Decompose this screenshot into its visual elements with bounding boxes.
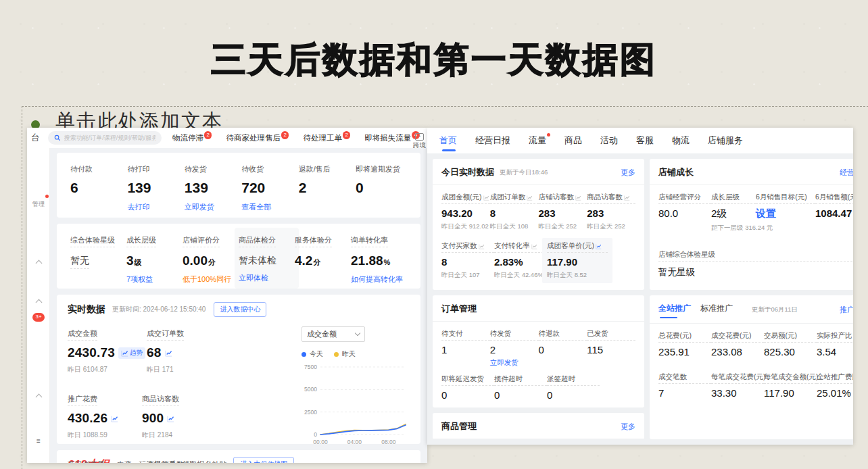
crossborder-icon: + [415,133,424,141]
updated-time: 更新时间: 2024-06-12 15:50:40 [112,305,206,314]
promotion-metrics-row2: 成交笔数7 每笔成交花费(元)33.30 每笔成交金额(元)117.90 全站推… [658,372,853,399]
rights-link[interactable]: 7项权益 [126,274,183,285]
today-metrics-row1: 成团金额(元)943.20昨日全天 912.02 成团订单数8昨日全天 108 … [441,193,635,231]
metric: 派签超时0 [547,374,600,401]
todo-summary-card: 待付款6 待打印139去打印 待发货139立即发货 待收货720查看全部 退款/… [57,153,420,218]
badge-count: 2 [343,131,350,139]
svg-text:0: 0 [314,431,317,438]
todo-item: 待发货139立即发货 [185,162,241,209]
metric: 成交花费(元)233.08 [711,331,764,357]
trend-icon[interactable] [165,349,172,357]
trend-icon[interactable] [479,243,485,249]
sidebar-collapse-2[interactable] [27,295,50,307]
crossborder-entry[interactable]: + 跨境 [413,128,426,150]
star-rating-block: 店铺综合体验星级 暂无星级 [658,250,853,278]
metric: 支付买家数8昨日全天 107 [441,241,494,280]
badge-count: 2 [204,131,212,139]
guidance-link[interactable]: 经营指导 [840,168,853,178]
nav-traffic-loss[interactable]: 即将损失流量4 [364,133,419,143]
health-item: 店铺评价分0.00分低于100%同行 [183,233,239,280]
metric: 总花费(元)235.91 [658,331,711,357]
trend-icon[interactable] [483,195,489,201]
search-icon [54,134,61,141]
set-target-link[interactable]: 设置 [756,207,815,220]
chart-metric-select[interactable]: 成交金额 [302,326,365,342]
trend-icon[interactable] [575,195,581,201]
trend-icon[interactable] [111,415,118,422]
metric-gmv: 成交金额 2430.73 趋势 昨日 6104.87 [68,326,147,374]
metric-product-visitors: 商品访客数 900 昨日 2184 [142,392,221,440]
metric: 待支付1 [441,329,490,368]
sidebar-menu-icon[interactable]: ≡ [27,437,50,445]
gmv-line-chart: 025005000750000:0004:0008:00 [302,359,410,448]
trend-icon[interactable] [596,243,602,249]
trend-icon [121,349,128,357]
todo-item: 退款/售后2 [299,162,356,209]
metric: 支付转化率2.83%昨日全天 42.46% [494,241,547,280]
tab-daily-report[interactable]: 经营日报 [475,128,510,153]
tab-logistics[interactable]: 物流 [672,128,690,153]
nav-pending-aftersale[interactable]: 待商家处理售后2 [226,133,289,143]
sidebar-badge[interactable]: 3+ [27,309,50,322]
today-realtime-card: 今日实时数据 更新于今日18:46 更多 成团金额(元)943.20昨日全天 9… [433,159,644,290]
trend-badge[interactable]: 趋势 [118,347,145,359]
shop-health-card: 综合体验星级暂无 成长层级3级7项权益 店铺评价分0.00分低于100%同行 商… [57,224,420,289]
search-input[interactable]: 搜索功能/订单/课程/规则/帮助/服务 [48,131,162,145]
legend-dot [302,352,306,357]
metric-ad-spend: 推广花费 430.26 昨日 1088.59 [68,392,142,440]
chevron-up-icon [35,260,42,267]
tab-standard-promo[interactable]: 标准推广 [700,303,733,317]
health-item: 服务体验分4.2分 [295,233,351,280]
go-print-link[interactable]: 去打印 [127,202,184,212]
sidebar-collapse-1[interactable] [27,256,50,268]
trend-icon[interactable] [527,195,533,201]
realtime-data-card: 实时数据 更新时间: 2024-06-12 15:50:40 进入数据中心 成交… [57,295,420,444]
nav-logistics-stalled[interactable]: 物流停滞2 [172,133,212,143]
growth-metrics: 店铺经营评分80.0 成长层级2级距下一层级 316.24 元 6月销售目标(元… [658,193,853,232]
tab-traffic[interactable]: 流量 [529,128,546,153]
todo-item: 待收货720查看全部 [241,162,298,209]
badge-count: 2 [281,131,289,139]
metric: 成团金额(元)943.20昨日全天 912.02 [441,193,490,231]
nav-pending-tickets[interactable]: 待处理工单2 [303,133,350,143]
more-link[interactable]: 更多 [621,168,635,178]
trend-icon[interactable] [167,415,174,422]
more-link[interactable]: 更多 [621,422,635,432]
metric: 全站推广费比25.01% [817,372,853,399]
sidebar-item-manage[interactable]: 管理 [27,197,50,209]
metric: 成长层级2级距下一层级 316.24 元 [711,193,756,232]
view-all-link[interactable]: 查看全部 [241,202,298,212]
trend-icon[interactable] [624,195,630,201]
sidebar-collapse-3[interactable] [27,390,50,402]
ship-now-link[interactable]: 立即发货 [490,358,539,368]
health-item: 询单转化率21.88%如何提高转化率 [351,233,407,280]
promotion-card: 全站推广 标准推广 更新于06月11日 推广概况 总花费(元)235.91 成交… [650,295,853,439]
legend-yesterday[interactable]: 昨天 [334,349,356,359]
todo-item: 即将逾期发货0 [356,162,407,209]
inspect-now-link[interactable]: 立即体检 [239,273,295,283]
promotion-metrics-row1: 总花费(元)235.91 成交花费(元)233.08 交易额(元)825.30 … [658,331,853,357]
tab-products[interactable]: 商品 [564,128,582,153]
tab-sitewide-promo[interactable]: 全站推广 [658,303,691,317]
legend-today[interactable]: 今天 [302,349,323,359]
ship-now-link[interactable]: 立即发货 [185,202,241,212]
promo-overview-link[interactable]: 推广概况 [840,305,853,315]
todo-value: 720 [241,180,298,196]
tab-activities[interactable]: 活动 [600,128,618,153]
updated-time: 更新于06月11日 [752,305,798,314]
left-topbar: 台 搜索功能/订单/课程/规则/帮助/服务 物流停滞2 待商家处理售后2 待处理… [27,128,427,148]
metric: 揽件超时0 [494,374,547,401]
trend-icon[interactable] [531,243,537,249]
realtime-metrics: 成交金额 2430.73 趋势 昨日 6104.87 成交订单数 68 昨日 1… [68,326,297,463]
tab-service[interactable]: 客服 [636,128,654,153]
svg-text:08:00: 08:00 [381,439,396,445]
star-value: 暂无星级 [658,266,853,278]
health-item: 商品体检分暂未体检立即体检 [239,233,295,280]
data-center-button[interactable]: 进入数据中心 [214,302,266,317]
improve-conversion-link[interactable]: 如何提高转化率 [351,274,407,285]
tab-home[interactable]: 首页 [439,128,457,153]
card-title: 商品管理 [441,420,477,433]
svg-text:2500: 2500 [304,409,317,416]
todo-value: 2 [299,180,356,196]
tab-shop-services[interactable]: 店铺服务 [708,128,743,153]
